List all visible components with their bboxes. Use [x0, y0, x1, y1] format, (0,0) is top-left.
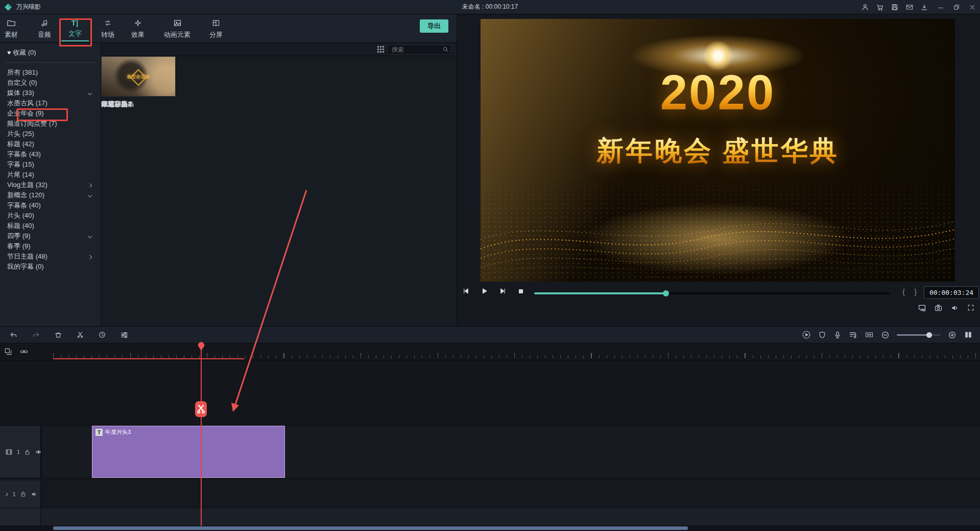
template-name[interactable]: 卓越登场	[101, 100, 176, 109]
tab-media[interactable]: 素材	[0, 17, 22, 41]
sidebar-item[interactable]: 字幕 (15)	[0, 159, 101, 170]
chevron-down-icon[interactable]	[88, 91, 92, 95]
splitscreen-icon	[212, 18, 220, 28]
timeline-scrollbar[interactable]	[0, 525, 980, 531]
preview-panel: 2020 新年晚会 盛世华典 { } 00:00:03:24	[457, 14, 980, 326]
seek-handle[interactable]	[663, 290, 669, 296]
sidebar-item[interactable]: 新概念 (120)	[0, 190, 101, 200]
cart-icon[interactable]	[876, 3, 884, 11]
save-icon[interactable]	[891, 3, 899, 11]
seek-bar[interactable]	[534, 292, 890, 294]
mark-in-out-button[interactable]: { }	[902, 287, 920, 296]
preview-video: 2020 新年晚会 盛世华典	[481, 19, 955, 282]
template-item: ◇ 最受欢迎奖 ♡ + 卓越登场	[101, 56, 176, 109]
next-frame-button[interactable]	[499, 287, 507, 295]
library-tabbar: 素材 音频 T| 文字 转场 效果 动画元素 分屏 导出	[0, 14, 457, 43]
titlebar: 万兴喵影 未命名 : 00:00:10:17	[0, 0, 980, 14]
sidebar-item[interactable]: 四季 (9)	[0, 231, 101, 241]
audio-track-lane[interactable]	[41, 480, 980, 507]
tab-text[interactable]: T| 文字	[61, 17, 89, 41]
adjust-sliders-icon[interactable]	[120, 331, 129, 339]
shield-icon[interactable]	[818, 331, 826, 339]
sidebar-item[interactable]: 自定义 (0)	[0, 78, 101, 88]
download-icon[interactable]	[920, 3, 928, 11]
mail-icon[interactable]	[905, 3, 914, 11]
timeline-ruler[interactable]	[0, 343, 980, 361]
tab-splitscreen[interactable]: 分屏	[203, 17, 229, 41]
user-icon[interactable]	[861, 3, 869, 11]
sidebar-item[interactable]: 字幕条 (43)	[0, 149, 101, 159]
tab-effects[interactable]: 效果	[125, 17, 151, 41]
fullscreen-icon[interactable]	[967, 304, 975, 312]
sidebar-item[interactable]: 水墨古风 (17)	[0, 98, 101, 108]
audio-track-header: ♪ 1	[0, 480, 41, 507]
chevron-down-icon[interactable]	[88, 193, 92, 197]
audio-mixer-icon[interactable]	[849, 331, 857, 339]
lock-icon[interactable]	[20, 491, 27, 497]
zoom-out-icon[interactable]	[881, 331, 890, 339]
sidebar-item[interactable]: 片头 (40)	[0, 211, 101, 221]
sidebar-item[interactable]: 片头 (25)	[0, 129, 101, 139]
speaker-icon[interactable]	[31, 491, 38, 498]
sidebar-item[interactable]: 标题 (40)	[0, 221, 101, 231]
template-grid-panel: 2019年度颁奖典礼 ♡ + 冠军字幕条 2019-2020 新年晚会 盛世华典…	[101, 43, 457, 326]
render-preview-icon[interactable]	[802, 330, 811, 339]
timeline-video-clip[interactable]: Travel_03	[41, 426, 42, 478]
template-thumbnail[interactable]: ◇ 最受欢迎奖 ♡ +	[101, 56, 176, 97]
display-settings-icon[interactable]	[918, 304, 926, 312]
zoom-in-icon[interactable]	[948, 331, 957, 339]
video-track-lane[interactable]: T 年度片头3 Travel_05	[41, 426, 980, 478]
speed-clock-icon[interactable]	[98, 331, 106, 339]
sidebar-item[interactable]: 春季 (9)	[0, 241, 101, 251]
close-icon[interactable]	[969, 4, 976, 11]
export-button[interactable]: 导出	[420, 19, 448, 33]
grid-view-icon[interactable]	[377, 45, 385, 53]
tab-transitions[interactable]: 转场	[95, 17, 121, 41]
delete-trash-icon[interactable]	[54, 331, 62, 339]
video-overlay-year: 2020	[481, 68, 955, 117]
timeline-text-clip[interactable]: T 年度片头3	[92, 426, 285, 478]
timeline-zoom-slider[interactable]	[897, 334, 941, 336]
manage-tracks-icon[interactable]	[4, 348, 12, 356]
sidebar-item[interactable]: 标题 (42)	[0, 139, 101, 149]
minimize-icon[interactable]	[937, 4, 944, 11]
video-overlay-title: 新年晚会 盛世华典	[481, 136, 955, 165]
sidebar-item[interactable]: Vlog主题 (32)	[0, 180, 101, 190]
volume-icon[interactable]	[950, 304, 959, 312]
sidebar-item[interactable]: 字幕条 (40)	[0, 200, 101, 211]
zoom-slider-handle[interactable]	[926, 332, 932, 338]
sidebar-item[interactable]: 片尾 (14)	[0, 170, 101, 180]
bottom-band-header	[0, 508, 41, 525]
fit-timeline-icon[interactable]	[865, 331, 874, 339]
snapshot-camera-icon[interactable]	[934, 304, 943, 312]
stop-button[interactable]	[517, 288, 524, 295]
sidebar-item[interactable]: 媒体 (33)	[0, 88, 101, 98]
redo-icon[interactable]	[32, 331, 40, 339]
seek-progress	[534, 292, 666, 294]
undo-icon[interactable]	[9, 331, 18, 339]
sidebar-item-favorites[interactable]: ♥收藏 (0)	[7, 48, 36, 58]
playhead-line[interactable]	[201, 342, 202, 526]
chevron-down-icon[interactable]	[88, 234, 92, 238]
record-mic-icon[interactable]	[833, 331, 842, 339]
sidebar-item[interactable]: 企业年会 (9)	[0, 108, 101, 119]
lock-icon[interactable]	[24, 449, 31, 455]
sidebar-item[interactable]: 我的字幕 (0)	[0, 262, 101, 272]
tab-elements[interactable]: 动画元素	[156, 17, 199, 41]
chevron-right-icon[interactable]	[88, 183, 92, 188]
app-logo-icon	[4, 3, 12, 11]
sidebar-item[interactable]: 所有 (381)	[0, 67, 101, 78]
split-scissors-icon[interactable]	[76, 331, 84, 339]
text-clip-icon: T	[95, 429, 103, 436]
scrollbar-thumb[interactable]	[53, 526, 688, 530]
dual-pane-icon[interactable]	[964, 330, 973, 339]
playhead-handle[interactable]	[198, 342, 205, 352]
sidebar-item[interactable]: 节日主题 (48)	[0, 251, 101, 262]
tab-audio[interactable]: 音频	[33, 17, 56, 41]
sidebar-item[interactable]: 频道订阅点赞 (7)	[0, 119, 101, 129]
previous-frame-button[interactable]	[462, 287, 470, 295]
link-clips-icon[interactable]	[20, 348, 28, 356]
restore-icon[interactable]	[953, 4, 960, 11]
chevron-right-icon[interactable]	[88, 255, 92, 259]
play-button[interactable]	[481, 287, 488, 295]
